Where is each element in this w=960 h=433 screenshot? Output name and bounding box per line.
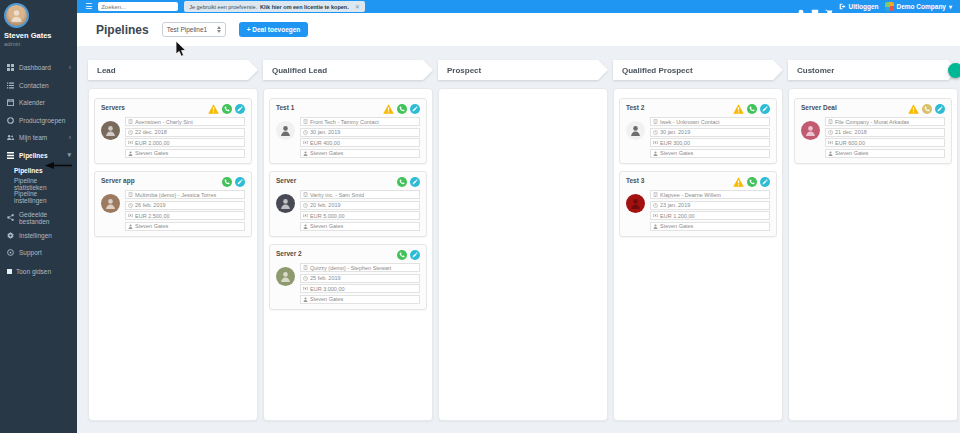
edit-icon[interactable] [760,104,770,114]
whatsapp-icon[interactable] [747,104,757,114]
sidebar-item-dashboard[interactable]: Dashboard ‹ [0,59,77,77]
sidebar-item-kalender[interactable]: Kalender [0,94,77,112]
toggle-guides[interactable]: Toon gidsen [0,262,77,281]
cart-icon[interactable] [825,3,833,11]
clock-icon [303,130,308,135]
deal-owner: Steven Gates [300,295,420,304]
building-icon [653,192,658,197]
column-panel[interactable]: Test 2 Iwek - Unknown Contact 30 jan. 20… [613,88,783,421]
deal-date: 30 jan. 2019 [650,128,770,137]
sidebar-item-instellingen[interactable]: Instellingen [0,227,77,245]
column-header: Qualified Lead [263,60,433,80]
trial-link[interactable]: Klik hier om een licentie te kopen. [260,4,349,10]
avatar [276,121,295,140]
money-icon [303,213,308,218]
logout-label: Uitloggen [849,3,879,10]
submenu-item-pipelines[interactable]: Pipelines [0,164,77,177]
close-icon[interactable]: ✕ [355,3,360,10]
search-input[interactable] [98,2,178,11]
shared-files-icon [7,214,15,222]
sidebar-item-label: Productgroepen [19,117,65,124]
building-icon [303,192,308,197]
warning-icon [383,104,394,114]
pipelines-icon [7,151,15,159]
deal-title: Test 3 [626,177,644,184]
submenu-item-pipeline-instellingen[interactable]: Pipeline instellingen [0,190,77,203]
caret-down-icon: ▾ [949,3,952,10]
pipeline-select[interactable]: Test Pipeline1 [162,22,226,37]
user-avatar[interactable] [4,3,29,28]
sidebar-item-contacten[interactable]: Contacten [0,77,77,95]
deal-card[interactable]: Server Varity inc. - Sam Smid 20 feb. 20… [269,171,427,237]
edit-icon[interactable] [410,177,420,187]
sidebar-item-gedeelde-bestanden[interactable]: Gedeelde bestanden [0,209,77,227]
edit-icon[interactable] [235,177,245,187]
building-icon [303,119,308,124]
person-icon [653,224,658,229]
deal-amount: EUR 3.000,00 [300,284,420,293]
warning-icon [208,104,219,114]
money-icon [303,286,308,291]
deal-card[interactable]: Test 2 Iwek - Unknown Contact 30 jan. 20… [619,98,777,164]
logout-icon [839,3,846,10]
whatsapp-icon[interactable] [397,250,407,260]
deal-amount: EUR 600,00 [825,138,945,147]
deal-card[interactable]: Server 2 Quizzy (demo) - Stephen Stewart… [269,244,427,310]
sidebar-item-label: Pipelines [19,152,48,159]
person-icon [828,151,833,156]
column-qualified-prospect: Qualified Prospect Test 2 Iwek - Unknown… [613,60,783,433]
chat-icon[interactable] [811,3,819,11]
column-panel[interactable]: Server Deal File Company - Murat Arkadas… [788,88,958,421]
deal-card[interactable]: Server Deal File Company - Murat Arkadas… [794,98,952,164]
logout-button[interactable]: Uitloggen [839,3,879,10]
warning-icon [733,104,744,114]
deal-card[interactable]: Test 1 Front Tech - Tammy Contact 30 jan… [269,98,427,164]
deal-amount: EUR 400,00 [300,138,420,147]
company-menu[interactable]: Demo Company ▾ [885,2,953,11]
page-header: Pipelines Test Pipeline1 + Deal toevoege… [77,13,960,46]
pipeline-board: Lead Servers Avenstoen - Charly Sint 22 … [77,46,960,433]
deal-card[interactable]: Servers Avenstoen - Charly Sint 22 dec. … [94,98,252,164]
avatar [276,194,295,213]
sidebar-item-label: Instellingen [19,232,52,239]
sidebar-item-mijn-team[interactable]: Mijn team ‹ [0,129,77,147]
bell-icon[interactable] [797,3,805,11]
sidebar-item-productgroepen[interactable]: Productgroepen [0,112,77,130]
company-name: Demo Company [897,3,946,10]
sidebar: Steven Gates admin Dashboard ‹ Contacten… [0,0,77,433]
column-panel[interactable]: Servers Avenstoen - Charly Sint 22 dec. … [88,88,258,421]
sidebar-item-pipelines[interactable]: Pipelines ▾ [0,147,77,165]
sidebar-item-label: Contacten [19,82,49,89]
column-panel[interactable]: Test 1 Front Tech - Tammy Contact 30 jan… [263,88,433,421]
whatsapp-icon[interactable] [222,104,232,114]
money-icon [828,140,833,145]
person-icon [128,151,133,156]
deal-card[interactable]: Test 3 Klapvee - Dearne Willem 23 jan. 2… [619,171,777,237]
warning-icon [733,177,744,187]
sidebar-item-support[interactable]: Support [0,244,77,262]
edit-icon[interactable] [760,177,770,187]
sidebar-menu: Dashboard ‹ Contacten Kalender Productgr… [0,59,77,281]
submenu-item-pipeline-statistieken[interactable]: Pipeline statistieken [0,177,77,190]
whatsapp-icon[interactable] [397,177,407,187]
whatsapp-icon[interactable] [747,177,757,187]
whatsapp-icon[interactable] [397,104,407,114]
sidebar-item-label: Dashboard [19,64,51,71]
trial-banner: Je gebruikt een proefversie. Klik hier o… [184,1,365,12]
deal-card[interactable]: Server app Multimba (demo) - Jessica Tor… [94,171,252,237]
edit-icon[interactable] [410,104,420,114]
hamburger-icon[interactable]: ☰ [85,3,92,11]
pipeline-select-value: Test Pipeline1 [167,26,207,33]
help-bubble[interactable] [948,63,960,78]
product-groups-icon [7,116,15,124]
edit-icon[interactable] [235,104,245,114]
calendar-icon [7,99,15,107]
deal-date: 20 feb. 2019 [300,201,420,210]
add-deal-button[interactable]: + Deal toevoegen [239,22,309,37]
whatsapp-muted-icon[interactable] [922,104,932,114]
edit-icon[interactable] [935,104,945,114]
whatsapp-icon[interactable] [222,177,232,187]
column-header: Customer [788,60,958,80]
column-panel[interactable] [438,88,608,421]
edit-icon[interactable] [410,250,420,260]
